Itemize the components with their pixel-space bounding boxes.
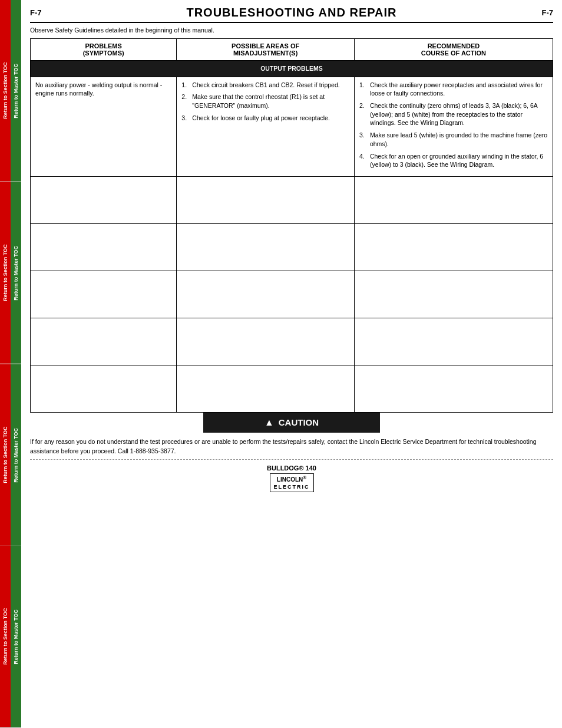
td-empty-4 [31,223,177,271]
page-title: TROUBLESHOOTING AND REPAIR [42,6,542,19]
table-row-empty-2 [31,223,553,271]
td-empty-15 [354,365,553,412]
caution-container: ▲ CAUTION [30,413,553,433]
recommended-text-1: Check the auxiliary power receptacles an… [370,81,548,98]
td-empty-1 [31,176,177,223]
logo-dot: ® [303,475,306,480]
caution-box: ▲ CAUTION [203,413,380,433]
possible-text-1: Check circuit breakers CB1 and CB2. Rese… [192,81,339,90]
recommended-text-3: Make sure lead 5 (white) is grounded to … [370,131,548,148]
logo-lincoln-text: LINCOLN® [277,475,306,483]
lincoln-logo: LINCOLN® ELECTRIC [270,473,314,492]
main-content: F-7 TROUBLESHOOTING AND REPAIR F-7 Obser… [21,0,562,498]
table-row-empty-3 [31,271,553,318]
td-empty-3 [354,176,553,223]
sidebar-return-master-toc-2[interactable]: Return to Master TOC [11,182,21,364]
recommended-num-4: 4. [359,152,368,169]
table-row-empty-1 [31,176,553,223]
possible-text-3: Check for loose or faulty plug at power … [192,114,329,123]
table-row-empty-4 [31,318,553,365]
sidebar-return-master-toc-1[interactable]: Return to Master TOC [11,0,21,182]
possible-num-2: 2. [181,93,190,110]
td-empty-11 [177,318,355,365]
sidebar-return-section-toc-4[interactable]: Return to Section TOC [0,546,11,727]
section-header-output: OUTPUT PROBLEMS [31,61,553,77]
logo-brand: LINCOLN [277,477,303,483]
problem-text-1: No auxiliary power - welding output is n… [35,81,162,97]
recommended-num-2: 2. [359,101,368,127]
col-header-problems: PROBLEMS(SYMPTOMS) [31,39,177,61]
footer-bottom: BULLDOG® 140 LINCOLN® ELECTRIC [30,460,553,492]
sidebar-group-1: Return to Section TOC Return to Master T… [0,0,21,182]
td-empty-6 [354,223,553,271]
page-number-left: F-7 [30,8,42,17]
recommended-text-2: Check the continuity (zero ohms) of lead… [370,101,548,127]
possible-text-2: Make sure that the control rheostat (R1)… [192,93,349,110]
sidebar-group-3: Return to Section TOC Return to Master T… [0,364,21,546]
sidebar-return-section-toc-2[interactable]: Return to Section TOC [0,182,11,364]
page-number-right: F-7 [542,8,554,17]
col-header-recommended: RECOMMENDEDCOURSE OF ACTION [354,39,553,61]
recommended-item-4: 4. Check for an open or grounded auxilia… [359,152,548,169]
possible-num-1: 1. [181,81,190,90]
td-empty-7 [31,271,177,318]
table-row-empty-5 [31,365,553,412]
caution-icon: ▲ [265,417,274,428]
product-name: BULLDOG® 140 [30,465,553,472]
caution-label: CAUTION [279,417,319,427]
recommended-text-4: Check for an open or grounded auxiliary … [370,152,548,169]
td-empty-13 [31,365,177,412]
recommended-item-3: 3. Make sure lead 5 (white) is grounded … [359,131,548,148]
logo-electric-text: ELECTRIC [274,484,310,491]
safety-note: Observe Safety Guidelines detailed in th… [30,27,553,34]
recommended-item-1: 1. Check the auxiliary power receptacles… [359,81,548,98]
possible-item-1: 1. Check circuit breakers CB1 and CB2. R… [181,81,349,90]
td-problem-1: No auxiliary power - welding output is n… [31,77,177,176]
col-header-possible: POSSIBLE AREAS OFMISADJUSTMENT(S) [177,39,355,61]
td-empty-14 [177,365,355,412]
td-empty-9 [354,271,553,318]
td-recommended-1: 1. Check the auxiliary power receptacles… [354,77,553,176]
sidebar-return-master-toc-3[interactable]: Return to Master TOC [11,364,21,546]
td-empty-5 [177,223,355,271]
recommended-num-3: 3. [359,131,368,148]
sidebar-return-section-toc-1[interactable]: Return to Section TOC [0,0,11,182]
possible-num-3: 3. [181,114,190,123]
possible-item-2: 2. Make sure that the control rheostat (… [181,93,349,110]
sidebar-group-2: Return to Section TOC Return to Master T… [0,182,21,364]
td-empty-2 [177,176,355,223]
recommended-item-2: 2. Check the continuity (zero ohms) of l… [359,101,548,127]
table-row-1: No auxiliary power - welding output is n… [31,77,553,176]
left-sidebar: Return to Section TOC Return to Master T… [0,0,21,728]
td-empty-8 [177,271,355,318]
td-empty-12 [354,318,553,365]
td-empty-10 [31,318,177,365]
footer-caution-text: If for any reason you do not understand … [30,437,553,460]
possible-item-3: 3. Check for loose or faulty plug at pow… [181,114,349,123]
recommended-num-1: 1. [359,81,368,98]
sidebar-return-master-toc-4[interactable]: Return to Master TOC [11,546,21,727]
page-header: F-7 TROUBLESHOOTING AND REPAIR F-7 [30,6,553,23]
lincoln-logo-inner: LINCOLN® ELECTRIC [274,475,310,490]
sidebar-group-4: Return to Section TOC Return to Master T… [0,546,21,728]
td-possible-1: 1. Check circuit breakers CB1 and CB2. R… [177,77,355,176]
sidebar-return-section-toc-3[interactable]: Return to Section TOC [0,364,11,546]
main-table: PROBLEMS(SYMPTOMS) POSSIBLE AREAS OFMISA… [30,38,553,413]
